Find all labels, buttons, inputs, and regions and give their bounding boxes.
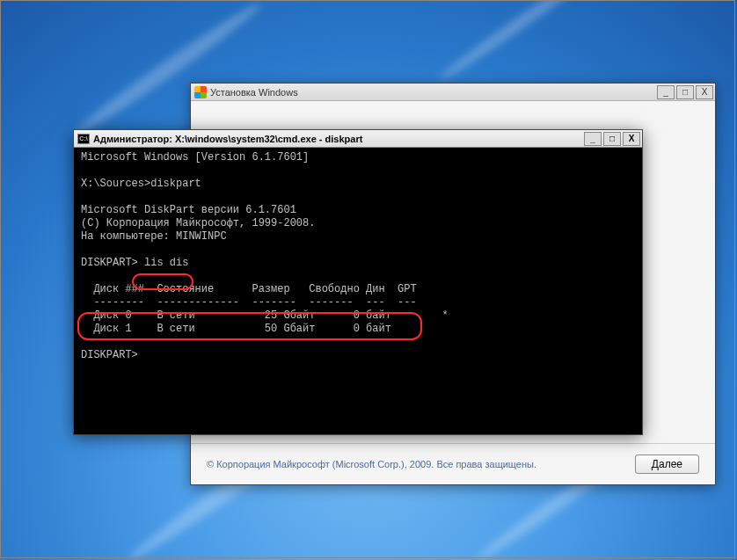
cmd-titlebar[interactable]: C:\ Администратор: X:\windows\system32\c…: [74, 130, 642, 148]
cmd-close-button[interactable]: X: [623, 132, 640, 146]
table-row: Диск 0 В сети 25 Gбайт 0 байт *: [81, 309, 449, 322]
close-button[interactable]: X: [696, 85, 713, 99]
prompt-lis-dis: DISKPART> lis dis: [81, 257, 188, 269]
cmd-maximize-button[interactable]: □: [603, 132, 621, 146]
cmd-window: C:\ Администратор: X:\windows\system32\c…: [73, 129, 643, 435]
diskpart-computer: На компьютере: MINWINPC: [81, 230, 227, 243]
diskpart-version: Microsoft DiskPart версии 6.1.7601: [81, 204, 296, 216]
windows-logo-icon: [194, 86, 207, 98]
installer-titlebar[interactable]: Установка Windows _ □ X: [191, 84, 715, 101]
prompt-diskpart: X:\Sources>diskpart: [81, 178, 201, 190]
next-button[interactable]: Далее: [635, 455, 699, 474]
table-row: Диск 1 В сети 50 Gбайт 0 байт: [81, 323, 391, 335]
installer-footer: © Корпорация Майкрософт (Microsoft Corp.…: [191, 443, 715, 484]
table-divider: -------- ------------- ------- ------- -…: [81, 296, 417, 309]
minimize-button[interactable]: _: [657, 85, 675, 99]
diskpart-copyright: (C) Корпорация Майкрософт, 1999-2008.: [81, 217, 315, 229]
table-header: Диск ### Состояние Размер Свободно Дин G…: [81, 283, 417, 295]
cmd-title: Администратор: X:\windows\system32\cmd.e…: [93, 134, 362, 144]
terminal-icon: C:\: [77, 134, 90, 144]
cmd-minimize-button[interactable]: _: [584, 132, 602, 146]
copyright-text: © Корпорация Майкрософт (Microsoft Corp.…: [207, 459, 536, 469]
version-line: Microsoft Windows [Version 6.1.7601]: [81, 151, 309, 164]
maximize-button[interactable]: □: [676, 85, 694, 99]
prompt-ready: DISKPART>: [81, 349, 138, 361]
installer-title: Установка Windows: [210, 87, 298, 98]
cmd-output[interactable]: Microsoft Windows [Version 6.1.7601] X:\…: [74, 148, 642, 434]
